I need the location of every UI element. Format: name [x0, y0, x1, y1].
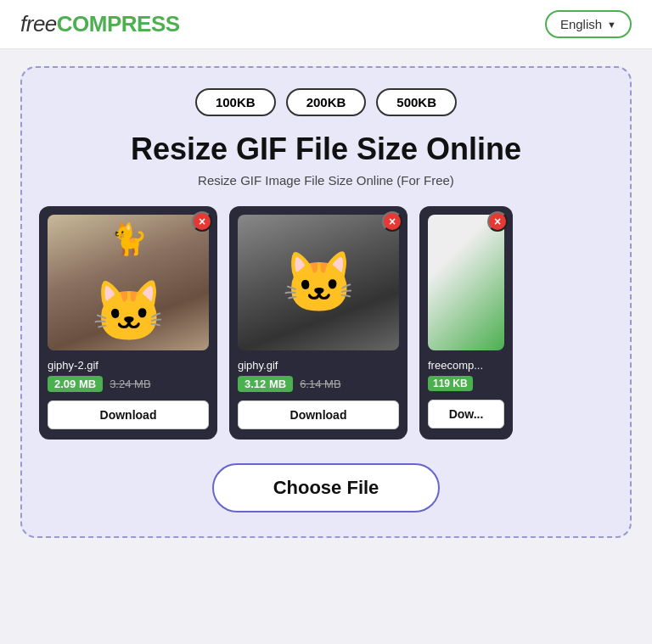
size-200kb-button[interactable]: 200KB [286, 88, 367, 116]
card-3-filename: freecomp... [428, 359, 504, 372]
page-subtitle: Resize GIF Image File Size Online (For F… [39, 173, 613, 188]
language-button[interactable]: English ▼ [545, 10, 632, 38]
card-2-size-new: 3.12 MB [238, 376, 293, 392]
main-content: 100KB 200KB 500KB Resize GIF File Size O… [0, 49, 652, 563]
logo: freeCOMPRESS [20, 11, 180, 37]
card-1-size-new: 2.09 MB [48, 376, 103, 392]
card-2-image [238, 215, 399, 350]
page-title: Resize GIF File Size Online [39, 132, 613, 166]
card-3-download-button[interactable]: Dow... [428, 400, 504, 428]
file-card-3-partial: × freecomp... 119 KB Dow... [419, 206, 513, 440]
choose-file-area: Choose File [39, 463, 613, 512]
card-2-download-button[interactable]: Download [238, 400, 399, 429]
logo-free: free [20, 11, 57, 36]
size-preset-buttons: 100KB 200KB 500KB [39, 88, 613, 116]
card-1-size-old: 3.24 MB [110, 378, 150, 390]
file-card-1: × giphy-2.gif 2.09 MB 3.24 MB Download [39, 206, 217, 440]
card-1-image [48, 215, 209, 350]
card-1-close-button[interactable]: × [192, 211, 212, 232]
card-2-size-old: 6.14 MB [300, 378, 340, 390]
choose-file-button[interactable]: Choose File [212, 463, 441, 512]
card-3-size-row: 119 KB [428, 376, 504, 391]
file-card-2: × giphy.gif 3.12 MB 6.14 MB Download [229, 206, 408, 440]
chevron-down-icon: ▼ [607, 20, 616, 30]
upload-area: 100KB 200KB 500KB Resize GIF File Size O… [20, 66, 632, 538]
file-cards-row: × giphy-2.gif 2.09 MB 3.24 MB Download ×… [39, 206, 613, 440]
logo-compress: COMPRESS [57, 11, 180, 36]
header: freeCOMPRESS English ▼ [0, 0, 652, 49]
language-label: English [560, 17, 602, 31]
card-3-close-button[interactable]: × [487, 211, 508, 232]
card-2-close-button[interactable]: × [382, 211, 402, 232]
card-3-size-new: 119 KB [428, 376, 473, 391]
size-500kb-button[interactable]: 500KB [376, 88, 457, 116]
card-2-filename: giphy.gif [238, 359, 399, 372]
card-1-size-row: 2.09 MB 3.24 MB [48, 376, 209, 392]
card-3-image [428, 215, 504, 350]
card-2-size-row: 3.12 MB 6.14 MB [238, 376, 399, 392]
card-1-download-button[interactable]: Download [48, 400, 209, 429]
size-100kb-button[interactable]: 100KB [195, 88, 276, 116]
card-1-filename: giphy-2.gif [48, 359, 209, 372]
